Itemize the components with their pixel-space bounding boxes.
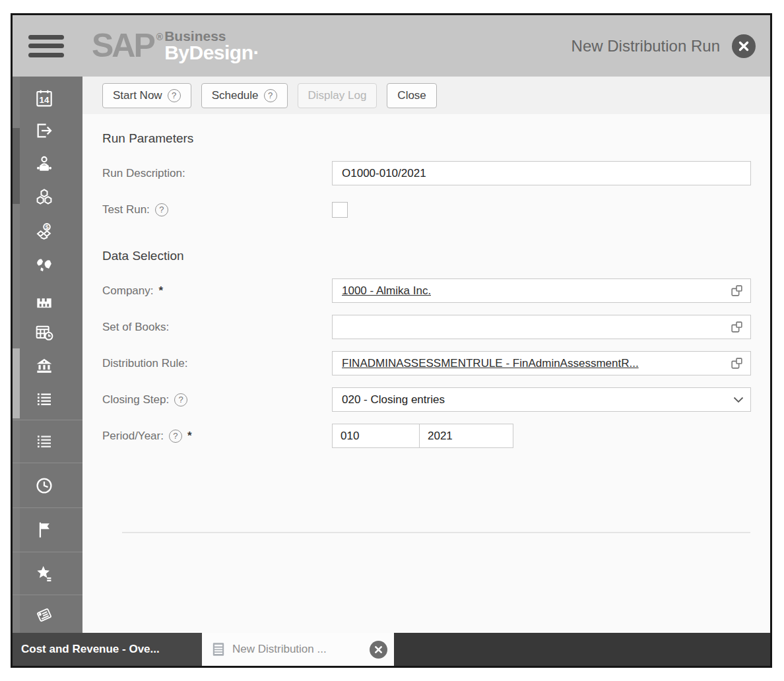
run-description-label: Run Description: xyxy=(102,167,185,180)
hamburger-menu-icon[interactable] xyxy=(28,35,64,57)
sidebar-item-list-secondary[interactable] xyxy=(33,430,55,453)
sidebar-separator xyxy=(13,507,82,508)
sidebar-item-factory[interactable] xyxy=(33,290,55,313)
window-body: 14 xyxy=(13,77,770,633)
distribution-rule-label: Distribution Rule: xyxy=(102,357,187,370)
schedule-label: Schedule xyxy=(212,89,259,102)
taskbar-tab-new-distribution[interactable]: New Distribution ... xyxy=(202,633,394,666)
run-description-input[interactable] xyxy=(332,161,751,185)
sidebar-scroll-segment[interactable] xyxy=(13,128,20,204)
company-value-help-button[interactable] xyxy=(730,284,744,298)
year-input[interactable] xyxy=(419,424,513,448)
sidebar-item-worklist[interactable] xyxy=(33,388,55,410)
test-run-checkbox[interactable] xyxy=(332,202,348,218)
closing-step-row: Closing Step: ? 020 - Closing entries xyxy=(102,381,770,418)
flag-icon xyxy=(34,519,55,540)
value-help-icon xyxy=(730,320,744,334)
help-icon[interactable]: ? xyxy=(174,393,187,406)
sidebar-item-leave[interactable] xyxy=(33,119,55,142)
product-cubes-icon xyxy=(34,187,55,209)
sidebar-item-service-agent[interactable] xyxy=(33,153,55,176)
required-indicator: * xyxy=(187,430,192,443)
sidebar-item-products[interactable] xyxy=(33,187,55,209)
bottom-taskbar: Cost and Revenue - Ove... New Distributi… xyxy=(13,633,770,666)
closing-step-value: 020 - Closing entries xyxy=(342,393,445,406)
close-icon xyxy=(374,645,383,654)
main-panel: Start Now ? Schedule ? Display Log Close xyxy=(82,77,770,633)
logo-bydesign-text: ByDesign· xyxy=(164,44,259,62)
section-title-run-parameters: Run Parameters xyxy=(102,131,770,146)
factory-icon xyxy=(34,291,55,312)
period-year-row: Period/Year: ? * xyxy=(102,418,770,454)
service-agent-icon xyxy=(34,154,55,175)
value-help-icon xyxy=(730,284,744,298)
app-window: SAP ® Business ByDesign· New Distributio… xyxy=(11,13,772,668)
favorites-star-icon xyxy=(34,563,55,584)
taskbar-tab-label: Cost and Revenue - Ove... xyxy=(21,643,160,656)
run-description-row: Run Description: xyxy=(102,155,770,191)
sidebar-item-calendar[interactable]: 14 xyxy=(33,87,55,110)
close-window-button[interactable] xyxy=(732,34,756,58)
sap-logo-text: SAP xyxy=(92,30,154,61)
sidebar-item-sales-deal[interactable]: $ xyxy=(33,220,55,243)
set-of-books-field[interactable] xyxy=(332,315,751,339)
taskbar-tab-label: New Distribution ... xyxy=(232,643,363,656)
list-icon xyxy=(34,389,55,410)
document-icon xyxy=(211,641,226,657)
distribution-rule-value-help-button[interactable] xyxy=(730,356,744,370)
help-icon[interactable]: ? xyxy=(168,89,181,102)
sidebar-separator xyxy=(13,595,82,595)
calendar-clock-icon xyxy=(34,322,55,343)
test-run-row: Test Run: ? xyxy=(102,191,770,228)
sidebar-item-flags[interactable] xyxy=(33,519,55,541)
set-of-books-label: Set of Books: xyxy=(102,321,169,334)
help-icon[interactable]: ? xyxy=(169,430,182,443)
sidebar-item-tags[interactable] xyxy=(33,604,55,626)
sap-bydesign-logo: SAP ® Business ByDesign· xyxy=(92,30,259,62)
sidebar-separator xyxy=(13,552,82,552)
company-field[interactable]: 1000 - Almika Inc. xyxy=(332,278,751,303)
required-indicator: * xyxy=(158,284,163,298)
distribution-rule-value-link[interactable]: FINADMINASSESSMENTRULE - FinAdminAssessm… xyxy=(342,357,639,370)
content-divider xyxy=(122,532,750,533)
window-title: New Distribution Run xyxy=(572,37,720,55)
period-input[interactable] xyxy=(332,424,419,448)
sidebar-item-scheduling[interactable] xyxy=(33,321,55,344)
sales-deal-icon: $ xyxy=(34,221,55,242)
closing-step-select[interactable]: 020 - Closing entries xyxy=(332,387,751,412)
tags-icon xyxy=(34,604,55,626)
tab-close-button[interactable] xyxy=(370,641,387,659)
distribution-rule-field[interactable]: FINADMINASSESSMENTRULE - FinAdminAssessm… xyxy=(332,351,751,375)
action-toolbar: Start Now ? Schedule ? Display Log Close xyxy=(82,77,770,114)
company-label: Company: xyxy=(102,284,153,298)
help-icon[interactable]: ? xyxy=(264,89,277,102)
leave-transfer-icon xyxy=(34,120,55,141)
sidebar-scroll-thumb[interactable] xyxy=(13,348,20,418)
company-row: Company: * 1000 - Almika Inc. xyxy=(102,273,770,309)
close-button[interactable]: Close xyxy=(387,83,436,108)
close-icon xyxy=(738,40,750,52)
start-now-button[interactable]: Start Now ? xyxy=(102,83,191,108)
sidebar-item-favorites[interactable] xyxy=(33,562,55,585)
hamburger-bar xyxy=(28,53,64,57)
chevron-down-icon xyxy=(733,397,744,403)
set-of-books-value-help-button[interactable] xyxy=(730,320,744,334)
hamburger-bar xyxy=(28,35,64,40)
sidebar-separator xyxy=(13,463,82,463)
sidebar-item-history[interactable] xyxy=(33,474,55,497)
form-content: Run Parameters Run Description: Test Run… xyxy=(82,114,770,633)
calendar-day-icon: 14 xyxy=(34,88,55,109)
sidebar-item-bank[interactable] xyxy=(33,355,55,377)
svg-text:14: 14 xyxy=(40,95,49,105)
sidebar-separator xyxy=(13,420,82,420)
taskbar-tab-cost-and-revenue[interactable]: Cost and Revenue - Ove... xyxy=(13,633,202,666)
help-icon[interactable]: ? xyxy=(155,203,168,216)
display-log-button: Display Log xyxy=(298,83,377,108)
schedule-button[interactable]: Schedule ? xyxy=(201,83,288,108)
sidebar-item-world[interactable] xyxy=(33,254,55,276)
registered-mark: ® xyxy=(156,32,163,42)
company-value-link[interactable]: 1000 - Almika Inc. xyxy=(342,284,431,298)
screenshot-page: SAP ® Business ByDesign· New Distributio… xyxy=(0,0,784,681)
period-year-label: Period/Year: xyxy=(102,430,164,443)
value-help-icon xyxy=(730,356,744,370)
